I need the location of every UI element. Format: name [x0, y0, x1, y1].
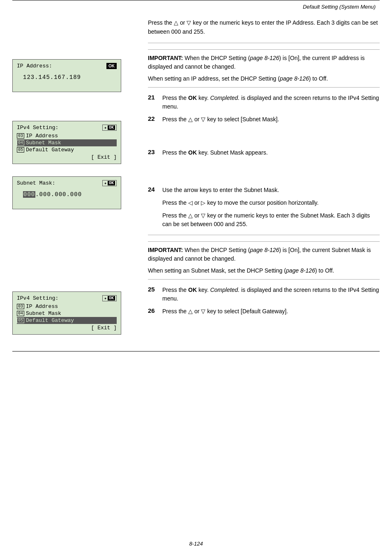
- important-block-1: IMPORTANT: When the DHCP Setting (page 8…: [148, 49, 380, 88]
- step-23-container: 23 Press the OK key. Subnet Mask appears…: [148, 148, 380, 157]
- right-column: Press the △ or ▽ key or the numeric keys…: [144, 18, 380, 343]
- ipv4-setting-screen-2: IPv4 Setting: ✦OK 03 IP Address 04 Subne…: [12, 291, 121, 335]
- step-21-text: Press the OK key. Completed. is displaye…: [162, 94, 380, 111]
- ipv4-screen2-title: IPv4 Setting:: [17, 295, 58, 301]
- step-24-sub1: Press the ◁ or ▷ key to move the cursor …: [162, 199, 380, 207]
- step-24-sub2: Press the △ or ▽ key or the numeric keys…: [162, 211, 380, 229]
- footer: 8-124: [0, 541, 392, 547]
- important-1-line1: IMPORTANT: When the DHCP Setting (page 8…: [148, 54, 380, 71]
- nav-ok-badge-2: ✦OK: [102, 180, 117, 186]
- sep-1: [148, 43, 380, 43]
- step-24-container: 24 Use the arrow keys to enter the Subne…: [148, 186, 380, 229]
- footer-separator: [12, 351, 380, 352]
- left-column: IP Address: OK 123.145.167.189 IPv4 Sett…: [12, 18, 144, 343]
- ok-badge: OK: [106, 63, 117, 69]
- ipv4-exit-row-2: [ Exit ]: [17, 325, 117, 331]
- ip-screen-value: 123.145.167.189: [17, 71, 117, 84]
- important-2-line2: When setting an Subnet Mask, set the DHC…: [148, 266, 380, 275]
- step-26-num: 26: [148, 307, 162, 314]
- step-25-text: Press the OK key. Completed. is displaye…: [162, 286, 380, 303]
- step-22-num: 22: [148, 115, 162, 122]
- step-21-container: 21 Press the OK key. Completed. is displ…: [148, 94, 380, 111]
- ip-address-screen: IP Address: OK 123.145.167.189: [12, 59, 121, 92]
- important-block-2: IMPORTANT: When the DHCP Setting (page 8…: [148, 241, 380, 280]
- step-25-container: 25 Press the OK key. Completed. is displ…: [148, 286, 380, 303]
- step-25-num: 25: [148, 286, 162, 293]
- ipv4-exit-row-1: [ Exit ]: [17, 154, 117, 160]
- important-2-line1: IMPORTANT: When the DHCP Setting (page 8…: [148, 246, 380, 263]
- step-26-text: Press the △ or ▽ key to select [Default …: [162, 307, 288, 316]
- step-23-num: 23: [148, 148, 162, 155]
- step-22-text: Press the △ or ▽ key to select [Subnet M…: [162, 115, 279, 124]
- step-24-text: Use the arrow keys to enter the Subnet M…: [162, 186, 380, 229]
- ipv4-menu-item-1: 03 IP Address: [17, 132, 117, 139]
- step-24-num: 24: [148, 186, 162, 193]
- page-number: 8-124: [189, 541, 203, 547]
- ipv4-menu-item-2-selected: 04 Subnet Mask: [17, 139, 117, 146]
- header-title: Default Setting (System Menu): [303, 4, 376, 10]
- page-header: Default Setting (System Menu): [12, 0, 380, 10]
- sep-2: [148, 235, 380, 235]
- subnet-highlight: 000: [23, 191, 35, 198]
- ip-screen-title: IP Address:: [17, 63, 52, 69]
- nav-ok-badge-3: ✦OK: [102, 295, 117, 301]
- ipv4-setting-screen-1: IPv4 Setting: ✦OK 03 IP Address 04 Subne…: [12, 121, 121, 164]
- important-1-line2: When setting an IP address, set the DHCP…: [148, 74, 380, 83]
- intro-instruction: Press the △ or ▽ key or the numeric keys…: [148, 18, 380, 37]
- ipv4-screen2-item-2: 04 Subnet Mask: [17, 310, 117, 317]
- step-26-container: 26 Press the △ or ▽ key to select [Defau…: [148, 307, 380, 316]
- subnet-screen-title: Subnet Mask:: [17, 180, 55, 186]
- nav-ok-badge-1: ✦OK: [102, 125, 117, 131]
- ipv4-screen1-title: IPv4 Setting:: [17, 125, 58, 131]
- step-22-container: 22 Press the △ or ▽ key to select [Subne…: [148, 115, 380, 124]
- step-24-main: Use the arrow keys to enter the Subnet M…: [162, 186, 380, 194]
- ipv4-screen2-item-1: 03 IP Address: [17, 303, 117, 310]
- ipv4-screen2-item-3-selected: 05 Default Gateway: [17, 317, 117, 324]
- ipv4-menu-item-3: 05 Default Gateway: [17, 146, 117, 153]
- step-23-text: Press the OK key. Subnet Mask appears.: [162, 148, 268, 157]
- step-21-num: 21: [148, 94, 162, 101]
- subnet-mask-screen: Subnet Mask: ✦OK 000.000.000.000: [12, 176, 121, 209]
- subnet-screen-value: 000.000.000.000: [17, 188, 117, 201]
